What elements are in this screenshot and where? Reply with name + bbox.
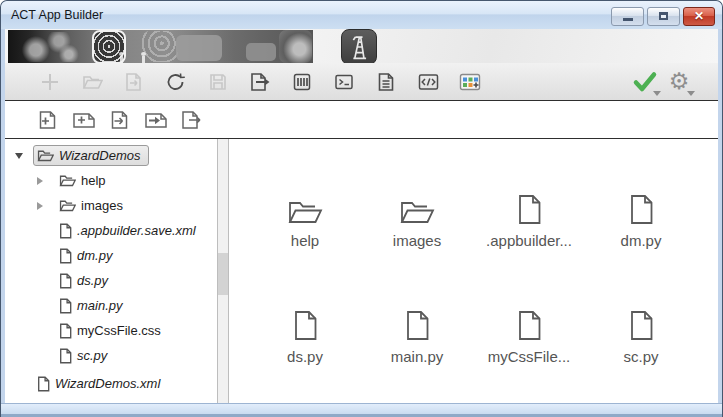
grid-item[interactable]: sc.py: [585, 305, 697, 404]
log-document-button[interactable]: [371, 67, 401, 97]
save-button[interactable]: [203, 67, 233, 97]
main-toolbar-right-buttons: ⚙: [630, 67, 694, 97]
tree-item-label: WizardDemos.xml: [55, 376, 160, 391]
tree-expanded-arrow-icon[interactable]: [15, 153, 33, 159]
tree-item-label: images: [81, 198, 123, 213]
grid-item[interactable]: help: [249, 189, 361, 305]
main-toolbar-buttons: [35, 67, 485, 97]
file-icon: [59, 348, 72, 364]
tree-item-label: myCssFile.css: [77, 323, 161, 338]
maximize-button[interactable]: [647, 7, 680, 26]
tree-item-content: ds.py: [55, 270, 116, 292]
signal-waves-icon: [142, 31, 178, 62]
project-tree: WizardDemoshelpimages.appbuilder.save.xm…: [5, 139, 217, 404]
minimize-icon: [623, 18, 633, 21]
folder-open-icon: [287, 198, 323, 225]
close-icon: ✕: [684, 9, 714, 23]
folder-open-icon: [59, 198, 76, 213]
tree-item-content: help: [55, 170, 114, 191]
file-icon: [59, 248, 72, 264]
grid-item-label: images: [393, 232, 441, 249]
grid-item[interactable]: .appbuilder...: [473, 189, 585, 305]
file-plus-icon: [36, 108, 60, 132]
grid-item-label: help: [291, 232, 319, 249]
tree-item[interactable]: dm.py: [5, 243, 217, 268]
tree-item-content: main.py: [55, 295, 131, 317]
tree-item[interactable]: myCssFile.css: [5, 318, 217, 343]
tree-item[interactable]: WizardDemos.xml: [5, 371, 217, 396]
file-grid: helpimages.appbuilder...dm.pyds.pymain.p…: [229, 139, 718, 404]
console-button[interactable]: [329, 67, 359, 97]
grid-item-label: dm.py: [621, 232, 662, 249]
open-project-button[interactable]: [77, 67, 107, 97]
file-icon-box: [517, 189, 542, 225]
main-split: WizardDemoshelpimages.appbuilder.save.xm…: [5, 138, 718, 404]
validate-button[interactable]: [630, 67, 660, 97]
smoke-texture: [16, 32, 82, 62]
save-icon: [207, 71, 229, 93]
tree-collapsed-arrow-icon[interactable]: [37, 177, 55, 185]
figure-icon: [120, 56, 123, 63]
import-file-button[interactable]: [105, 105, 135, 135]
grid-item-label: sc.py: [623, 348, 658, 365]
folder-open-icon: [81, 71, 103, 93]
tree-item-label: sc.py: [77, 348, 107, 363]
tree-item[interactable]: .appbuilder.save.xml: [5, 218, 217, 243]
file-icon: [629, 194, 654, 225]
title-bar[interactable]: ACT App Builder ✕: [1, 1, 722, 29]
grid-item-label: main.py: [391, 348, 444, 365]
grid-item-label: .appbuilder...: [486, 232, 572, 249]
open-file-button[interactable]: [119, 67, 149, 97]
close-button[interactable]: ✕: [683, 7, 715, 26]
tree-item[interactable]: help: [5, 168, 217, 193]
tree-item[interactable]: images: [5, 193, 217, 218]
export-button[interactable]: [245, 67, 275, 97]
maximize-icon: [659, 12, 668, 20]
filewide-plus-icon: [71, 108, 97, 132]
grid-plus-icon: [458, 71, 482, 93]
tree-item[interactable]: ds.py: [5, 268, 217, 293]
import-folder-button[interactable]: [141, 105, 171, 135]
add-folder-button[interactable]: [69, 105, 99, 135]
settings-button[interactable]: ⚙: [664, 67, 694, 97]
file-icon: [59, 298, 72, 314]
banner-photo: [8, 30, 313, 63]
source-code-button[interactable]: [413, 67, 443, 97]
tree-scrollbar[interactable]: [217, 139, 229, 404]
client-area: ⚙ WizardDemoshelpimages.appbuilder.save.…: [5, 29, 718, 404]
scrollbar-thumb[interactable]: [218, 253, 228, 295]
folder-open-icon: [37, 148, 54, 163]
folder-open-icon: [59, 173, 76, 188]
add-file-button[interactable]: [33, 105, 63, 135]
tree-item[interactable]: sc.py: [5, 343, 217, 368]
filewide-arrow-icon: [143, 108, 169, 132]
grid-item[interactable]: ds.py: [249, 305, 361, 404]
rose-app-icon: [279, 30, 312, 63]
code-icon: [417, 71, 440, 93]
plus-icon: [39, 71, 61, 93]
tree-item-content: .appbuilder.save.xml: [55, 220, 204, 242]
app-window: ACT App Builder ✕: [0, 0, 723, 417]
grid-item[interactable]: myCssFile...: [473, 305, 585, 404]
refresh-button[interactable]: [161, 67, 191, 97]
tree-item-label: WizardDemos: [59, 148, 141, 163]
grid-item[interactable]: dm.py: [585, 189, 697, 305]
barcode-view-button[interactable]: [287, 67, 317, 97]
minimize-button[interactable]: [611, 7, 644, 26]
file-icon: [517, 310, 542, 341]
tree-item-content: dm.py: [55, 245, 120, 267]
grid-item[interactable]: main.py: [361, 305, 473, 404]
tree-item[interactable]: WizardDemos: [5, 143, 217, 168]
export-file-button[interactable]: [177, 105, 207, 135]
grid-item[interactable]: images: [361, 189, 473, 305]
terminal-icon: [333, 71, 355, 93]
add-button[interactable]: [35, 67, 65, 97]
tree-item-label: help: [81, 173, 106, 188]
window-title: ACT App Builder: [11, 8, 103, 22]
tree-collapsed-arrow-icon[interactable]: [37, 202, 55, 210]
tree-item-content: WizardDemos.xml: [33, 373, 168, 395]
app-tile: [246, 43, 276, 61]
file-icon: [59, 223, 72, 239]
widget-palette-button[interactable]: [455, 67, 485, 97]
tree-item[interactable]: main.py: [5, 293, 217, 318]
